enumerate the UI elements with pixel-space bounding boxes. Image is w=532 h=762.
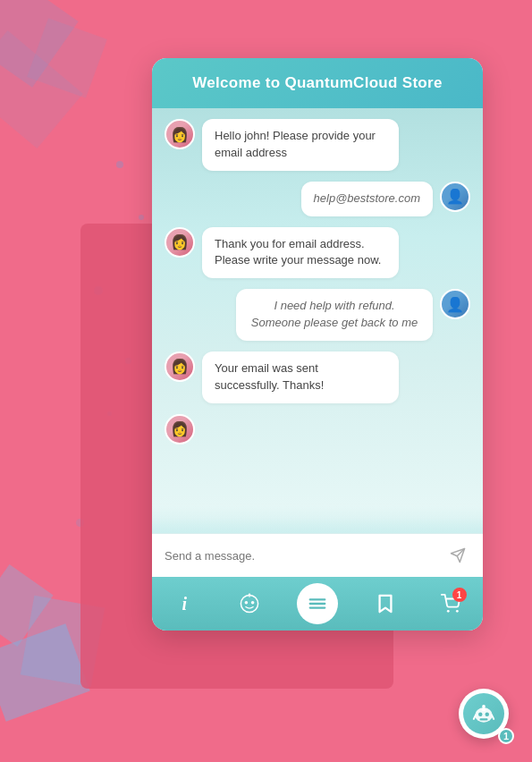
floating-bot-icon (463, 693, 504, 734)
bot-avatar: 👩 (165, 351, 195, 382)
menu-icon (308, 594, 327, 614)
nav-item-menu[interactable] (297, 583, 338, 624)
info-icon: i (182, 594, 188, 614)
bot-avatar-extra: 👩 (165, 414, 195, 444)
bookmark-icon (376, 594, 394, 614)
svg-point-2 (251, 601, 255, 605)
svg-point-15 (482, 705, 486, 708)
svg-point-12 (486, 713, 490, 717)
user-avatar: 👤 (440, 289, 470, 319)
message-row: 👩 Thank you for email address. Please wr… (165, 227, 470, 279)
svg-point-8 (446, 610, 449, 613)
bot-icon (239, 593, 260, 614)
chat-title: Welcome to QuantumCloud Store (192, 74, 442, 91)
nav-item-bot[interactable] (232, 586, 267, 622)
svg-point-9 (456, 610, 459, 613)
svg-line-17 (492, 715, 494, 720)
message-bubble: Hello john! Please provide your email ad… (202, 119, 399, 171)
svg-point-1 (245, 601, 249, 605)
robot-icon (470, 700, 497, 727)
message-row-extra: 👩 (165, 414, 470, 444)
nav-item-info[interactable]: i (166, 586, 202, 622)
send-button[interactable] (445, 543, 470, 568)
message-input[interactable] (165, 546, 438, 566)
bot-avatar: 👩 (165, 119, 195, 149)
message-row: 👤 help@beststore.com (165, 182, 470, 216)
nav-item-bookmark[interactable] (367, 586, 403, 622)
chat-messages-area: 👩 Hello john! Please provide your email … (152, 108, 483, 533)
nav-item-cart[interactable]: 1 (433, 586, 469, 622)
message-row: 👤 I need help with refund. Someone pleas… (165, 289, 470, 341)
svg-line-16 (474, 715, 476, 720)
floating-bot-badge: 1 (498, 728, 514, 744)
bot-avatar: 👩 (165, 227, 195, 258)
message-bubble: Thank you for email address. Please writ… (202, 227, 399, 279)
message-bubble: I need help with refund. Someone please … (236, 289, 433, 341)
svg-point-11 (478, 713, 483, 717)
send-icon (450, 547, 466, 563)
message-bubble: Your email was sent successfully. Thanks… (202, 351, 399, 403)
message-row: 👩 Hello john! Please provide your email … (165, 119, 470, 171)
chat-input-area (152, 533, 483, 577)
svg-rect-14 (482, 707, 486, 711)
svg-rect-13 (480, 718, 488, 720)
message-bubble: help@beststore.com (301, 182, 433, 216)
chat-header: Welcome to QuantumCloud Store (152, 58, 483, 108)
svg-point-4 (249, 594, 250, 596)
message-row: 👩 Your email was sent successfully. Than… (165, 351, 470, 403)
svg-point-0 (241, 595, 258, 612)
user-avatar: 👤 (440, 182, 470, 212)
chat-widget: Welcome to QuantumCloud Store 👩 Hello jo… (152, 58, 483, 631)
bottom-nav: i (152, 577, 483, 631)
cart-badge: 1 (452, 588, 467, 602)
